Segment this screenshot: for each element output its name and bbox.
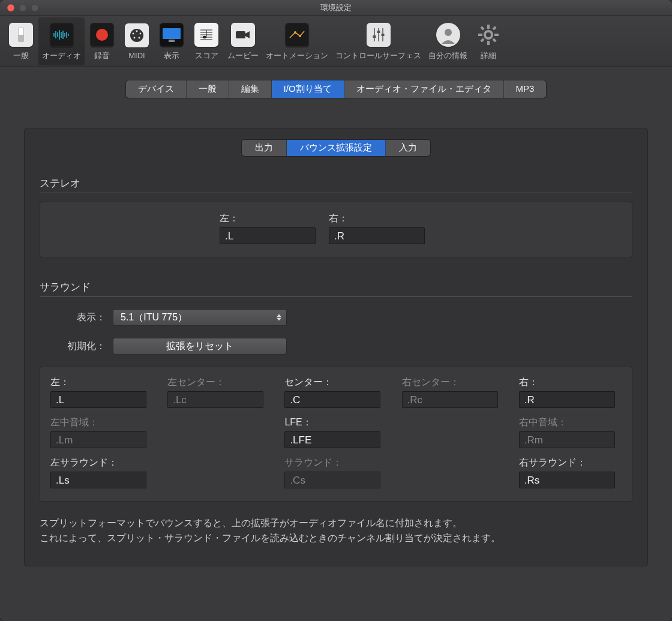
- io-subtabs: 出力 バウンス拡張設定 入力: [242, 140, 430, 156]
- svg-rect-45: [480, 38, 484, 42]
- svg-rect-26: [206, 30, 206, 37]
- subtab-output[interactable]: 出力: [242, 140, 287, 156]
- surround-format-select[interactable]: 5.1（ITU 775）: [113, 309, 287, 326]
- toolbar-advanced[interactable]: 詳細: [471, 17, 506, 65]
- surround-grid: 左： .L 左センター： .Lc センター： .C 右センター： .Rc: [40, 367, 632, 502]
- subtab-bounce-ext[interactable]: バウンス拡張設定: [287, 140, 386, 156]
- sr-rm-label: 右中音域：: [519, 416, 622, 429]
- tab-edit[interactable]: 編集: [229, 80, 272, 98]
- svg-point-29: [299, 35, 301, 37]
- sr-r-label: 右：: [519, 376, 622, 389]
- svg-point-13: [136, 31, 138, 32]
- sr-l-input[interactable]: .L: [50, 391, 146, 408]
- sr-rm-input[interactable]: .Rm: [519, 431, 615, 448]
- monitor-icon: [160, 23, 184, 47]
- sr-lfe-input[interactable]: .LFE: [284, 431, 380, 448]
- footnote: スプリットフォーマットでバウンスすると、上の拡張子がオーディオファイル名に付加さ…: [40, 516, 632, 546]
- sr-l-label: 左：: [50, 376, 153, 389]
- score-icon: [194, 23, 218, 47]
- chevron-updown-icon: [277, 314, 281, 321]
- record-icon: [90, 23, 114, 47]
- toolbar-record[interactable]: 録音: [85, 17, 119, 65]
- switch-icon: [9, 23, 33, 47]
- svg-point-46: [486, 32, 491, 37]
- subtab-input[interactable]: 入力: [386, 140, 430, 156]
- svg-rect-19: [169, 40, 175, 42]
- sr-ls-input[interactable]: .Ls: [50, 472, 146, 488]
- surround-heading: サラウンド: [40, 278, 632, 297]
- toolbar-my-info[interactable]: 自分の情報: [425, 17, 471, 65]
- toolbar-midi[interactable]: MIDI: [119, 17, 154, 65]
- svg-rect-43: [492, 38, 496, 42]
- title-bar: 環境設定: [0, 0, 672, 16]
- footnote-line1: スプリットフォーマットでバウンスすると、上の拡張子がオーディオファイル名に付加さ…: [40, 516, 632, 531]
- stereo-heading: ステレオ: [40, 174, 632, 193]
- sr-c-input[interactable]: .C: [284, 391, 380, 408]
- svg-rect-27: [236, 31, 245, 38]
- svg-rect-40: [478, 34, 482, 36]
- tab-io-assign[interactable]: I/O割り当て: [272, 80, 344, 98]
- midi-icon: [125, 23, 149, 47]
- svg-rect-41: [494, 34, 499, 36]
- tab-mp3[interactable]: MP3: [504, 80, 547, 98]
- sr-cs-label: サラウンド：: [284, 457, 387, 469]
- toolbar-general[interactable]: 一般: [4, 17, 38, 65]
- reset-label: 初期化：: [58, 340, 106, 353]
- tab-general[interactable]: 一般: [187, 80, 229, 98]
- stereo-right-input[interactable]: .R: [329, 227, 425, 244]
- sr-lfe-label: LFE：: [284, 416, 387, 429]
- svg-rect-33: [373, 35, 376, 38]
- sr-r-input[interactable]: .R: [519, 391, 615, 408]
- toolbar-automation[interactable]: オートメーション: [262, 17, 332, 65]
- toolbar-audio[interactable]: オーディオ: [38, 17, 85, 65]
- display-label: 表示：: [58, 311, 106, 324]
- sr-lc-input[interactable]: .Lc: [167, 391, 263, 408]
- sr-ls-label: 左サラウンド：: [50, 457, 153, 469]
- svg-point-11: [96, 29, 108, 41]
- svg-point-28: [294, 31, 296, 34]
- svg-point-36: [445, 29, 452, 36]
- svg-rect-35: [381, 34, 384, 36]
- content-area: デバイス 一般 編集 I/O割り当て オーディオ・ファイル・エディタ MP3 出…: [0, 67, 672, 621]
- stereo-right-label: 右：: [329, 212, 425, 225]
- sr-rs-input[interactable]: .Rs: [519, 472, 615, 488]
- svg-rect-44: [492, 26, 496, 30]
- footnote-line2: これによって、スプリット・サラウンド・ファイルを読み込むときのチャンネル割り当て…: [40, 531, 632, 546]
- sr-rc-input[interactable]: .Rc: [402, 391, 498, 408]
- toolbar: 一般 オーディオ 録音 MIDI 表示: [0, 16, 672, 67]
- svg-rect-38: [487, 25, 490, 29]
- svg-rect-39: [487, 41, 490, 45]
- stereo-left-label: 左：: [220, 212, 316, 225]
- toolbar-display[interactable]: 表示: [154, 17, 189, 65]
- svg-point-16: [134, 37, 136, 39]
- sr-c-label: センター：: [284, 376, 387, 389]
- faders-icon: [367, 23, 391, 47]
- reset-extensions-button[interactable]: 拡張をリセット: [113, 338, 287, 355]
- waveform-icon: [50, 23, 74, 47]
- tab-audio-file-editor[interactable]: オーディオ・ファイル・エディタ: [344, 80, 504, 98]
- stereo-box: 左： .L 右： .R: [40, 202, 632, 257]
- automation-icon: [285, 23, 309, 47]
- stereo-left-input[interactable]: .L: [220, 227, 316, 244]
- sr-lm-label: 左中音域：: [50, 416, 153, 429]
- svg-rect-1: [19, 28, 23, 35]
- svg-rect-34: [377, 31, 380, 33]
- camera-icon: [231, 23, 255, 47]
- tab-device[interactable]: デバイス: [126, 80, 187, 98]
- svg-point-15: [140, 33, 142, 35]
- svg-rect-18: [163, 28, 181, 39]
- sr-cs-input[interactable]: .Cs: [284, 472, 380, 488]
- svg-point-17: [139, 37, 140, 39]
- toolbar-score[interactable]: スコア: [189, 17, 224, 65]
- window-title: 環境設定: [0, 2, 672, 13]
- prefs-tabbar: デバイス 一般 編集 I/O割り当て オーディオ・ファイル・エディタ MP3: [126, 80, 547, 98]
- sr-rc-label: 右センター：: [402, 376, 505, 389]
- svg-rect-42: [480, 26, 484, 30]
- sr-lm-input[interactable]: .Lm: [50, 431, 146, 448]
- toolbar-movie[interactable]: ムービー: [224, 17, 262, 65]
- person-icon: [436, 23, 460, 47]
- sr-lc-label: 左センター：: [167, 376, 270, 389]
- toolbar-control-surfaces[interactable]: コントロールサーフェス: [332, 17, 425, 65]
- preferences-window: 環境設定 一般 オーディオ 録音 MIDI: [0, 0, 672, 621]
- svg-point-14: [133, 33, 134, 35]
